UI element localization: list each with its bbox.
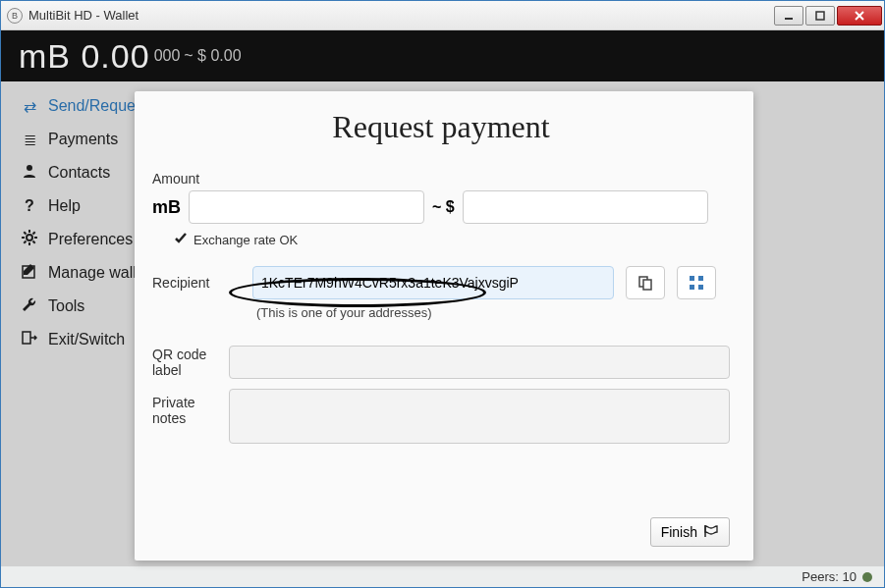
amount-label: Amount [152,171,241,187]
svg-rect-20 [690,285,694,290]
qr-icon [689,275,704,291]
recipient-label: Recipient [152,275,241,291]
check-icon [174,232,188,248]
recipient-note: (This is one of your addresses) [256,305,730,320]
qr-code-label-label: QR code label [152,347,229,378]
finish-button-label: Finish [661,524,697,540]
window-titlebar: B MultiBit HD - Wallet [1,1,884,30]
flag-icon [703,524,719,541]
dialog-title: Request payment [152,109,730,145]
balance-minor: 000 [154,47,181,65]
svg-rect-21 [698,285,703,290]
copy-button[interactable] [626,266,665,299]
qr-code-label-input[interactable] [229,346,730,379]
svg-rect-18 [690,276,694,281]
status-bar: Peers: 10 [1,565,884,587]
amount-btc-input[interactable] [189,190,424,224]
private-notes-input[interactable] [229,389,730,444]
maximize-button[interactable] [805,6,835,26]
tilde-label: ~ $ [432,198,455,216]
window-title: MultiBit HD - Wallet [28,8,138,23]
request-payment-dialog: Request payment Amount mB ~ $ Exchange r… [135,91,753,561]
qr-button[interactable] [677,266,716,299]
finish-button[interactable]: Finish [650,517,730,547]
recipient-input[interactable] [252,266,614,299]
peers-count: Peers: 10 [802,569,857,584]
svg-rect-19 [698,276,703,281]
close-button[interactable] [837,6,882,26]
balance-bar: mB 0.00 000 ~ $ 0.00 [1,30,884,81]
balance-main: mB 0.00 [19,37,150,76]
private-notes-label: Private notes [152,389,229,426]
balance-fiat: ~ $ 0.00 [184,47,241,65]
amount-unit: mB [152,197,181,218]
connection-status-icon [862,572,872,582]
minimize-button[interactable] [774,6,803,26]
copy-icon [637,275,653,291]
svg-rect-1 [816,12,824,20]
app-icon: B [7,8,23,24]
exchange-rate-status: Exchange rate OK [194,233,298,247]
amount-fiat-input[interactable] [463,190,708,224]
svg-rect-17 [643,280,651,290]
